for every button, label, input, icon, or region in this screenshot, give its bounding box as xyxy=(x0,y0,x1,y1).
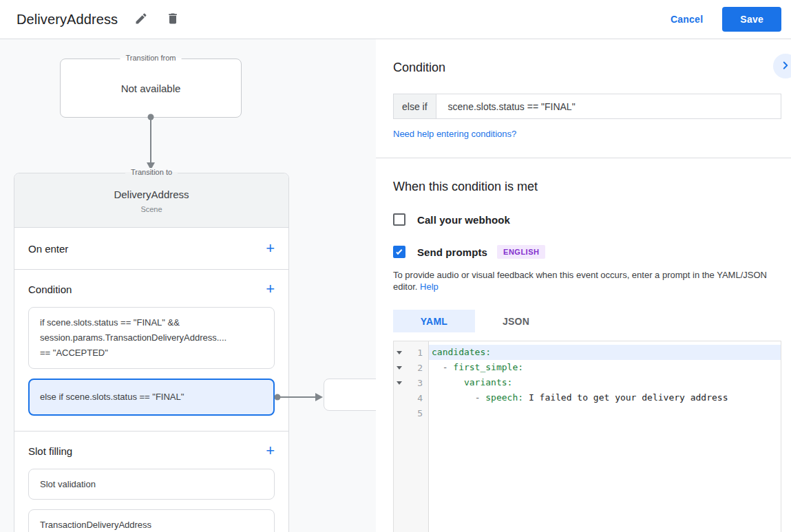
slot-filling-label: Slot filling xyxy=(28,445,72,457)
scene-editor-app: DeliveryAddress Cancel Save Transition f… xyxy=(0,0,791,532)
flow-arrow-right xyxy=(274,392,324,402)
editor-tabs: YAML JSON xyxy=(393,310,781,332)
checkmark-icon xyxy=(396,248,402,255)
panel-title: Condition xyxy=(393,61,781,75)
condition-section-label: Condition xyxy=(28,284,72,295)
pencil-icon xyxy=(134,12,148,28)
gutter-row: 1 xyxy=(394,345,428,360)
add-slot-icon[interactable]: + xyxy=(266,444,275,458)
add-condition-icon[interactable]: + xyxy=(266,282,275,296)
send-prompts-checkbox[interactable] xyxy=(393,246,405,258)
fold-toggle-icon[interactable] xyxy=(397,366,402,370)
gutter-row: 4 xyxy=(394,390,428,405)
condition-card-if[interactable]: if scene.slots.status == "FINAL" && sess… xyxy=(28,307,275,369)
section-divider xyxy=(376,158,791,158)
line-number: 3 xyxy=(405,378,428,388)
condition-line: else if scene.slots.status == "FINAL" xyxy=(40,392,184,402)
condition-expression-input[interactable]: else if scene.slots.status == "FINAL" xyxy=(393,94,781,119)
scene-name: DeliveryAddress xyxy=(14,189,288,200)
scene-type-label: Scene xyxy=(14,205,288,213)
gutter-row: 5 xyxy=(394,405,428,421)
condition-prefix: else if xyxy=(394,94,436,118)
condition-help-link[interactable]: Need help entering conditions? xyxy=(393,129,516,139)
transition-from-box[interactable]: Transition from Not available xyxy=(60,58,242,118)
transition-to-label: Transition to xyxy=(125,168,178,176)
editor-code-area[interactable]: candidates: - first_simple: variants: - … xyxy=(429,341,781,532)
chevron-right-icon xyxy=(779,59,791,74)
condition-line: session.params.TransactionDeliveryAddres… xyxy=(40,332,226,343)
save-button[interactable]: Save xyxy=(722,7,781,32)
code-line: - speech: I failed to get your delivery … xyxy=(429,390,781,405)
condition-expression-value[interactable]: scene.slots.status == "FINAL" xyxy=(436,94,781,118)
scene-card-header: Transition to DeliveryAddress Scene xyxy=(14,173,288,228)
transition-target-box[interactable] xyxy=(324,379,376,411)
gutter-row: 2 xyxy=(394,360,428,375)
code-line: variants: xyxy=(429,375,781,390)
send-prompts-label: Send prompts xyxy=(417,246,487,258)
fold-toggle-icon[interactable] xyxy=(397,381,402,385)
condition-met-heading: When this condition is met xyxy=(393,180,781,194)
transition-from-label: Transition from xyxy=(120,54,182,62)
tab-json[interactable]: JSON xyxy=(475,310,557,332)
line-number: 2 xyxy=(405,363,428,373)
condition-line: if scene.slots.status == "FINAL" && xyxy=(40,317,180,328)
condition-card-else-if-selected[interactable]: else if scene.slots.status == "FINAL" xyxy=(28,379,275,416)
call-webhook-checkbox[interactable] xyxy=(393,213,405,226)
top-bar: DeliveryAddress Cancel Save xyxy=(0,0,791,39)
slot-transaction-delivery-address-card[interactable]: TransactionDeliveryAddress xyxy=(28,509,275,532)
code-line: - first_simple: xyxy=(429,360,781,375)
tab-yaml[interactable]: YAML xyxy=(393,310,475,332)
line-number: 1 xyxy=(405,348,428,358)
prompt-description-text: To provide audio or visual feedback when… xyxy=(393,270,767,292)
scene-flow-canvas: Transition from Not available Transition… xyxy=(0,39,376,532)
line-number: 5 xyxy=(405,408,428,418)
yaml-code-editor[interactable]: 1 2 3 4 5 xyxy=(393,341,781,532)
language-badge: ENGLISH xyxy=(497,245,545,259)
on-enter-row[interactable]: On enter + xyxy=(14,228,288,270)
on-enter-label: On enter xyxy=(28,243,68,255)
trash-icon xyxy=(166,12,180,28)
line-number: 4 xyxy=(405,393,428,403)
gutter-row: 3 xyxy=(394,375,428,390)
send-prompts-row: Send prompts ENGLISH xyxy=(393,245,781,259)
slot-filling-section: Slot filling + Slot validation Transacti… xyxy=(14,432,288,532)
delete-scene-button[interactable] xyxy=(165,11,181,28)
cancel-button[interactable]: Cancel xyxy=(671,14,703,25)
page-title: DeliveryAddress xyxy=(17,12,118,28)
edit-title-button[interactable] xyxy=(133,11,149,28)
slot-validation-card[interactable]: Slot validation xyxy=(28,469,275,500)
transition-from-value: Not available xyxy=(121,83,181,94)
fold-toggle-icon[interactable] xyxy=(397,351,402,354)
condition-line: == "ACCEPTED" xyxy=(40,348,108,358)
code-line: candidates: xyxy=(429,345,781,360)
code-line xyxy=(429,405,781,421)
condition-section: Condition + if scene.slots.status == "FI… xyxy=(14,270,288,432)
flow-arrow-down xyxy=(143,113,159,172)
condition-detail-panel: Condition else if scene.slots.status == … xyxy=(376,39,791,532)
editor-gutter: 1 2 3 4 5 xyxy=(394,341,429,532)
prompt-description: To provide audio or visual feedback when… xyxy=(393,269,781,292)
add-on-enter-icon[interactable]: + xyxy=(266,242,275,255)
call-webhook-row: Call your webhook xyxy=(393,213,781,226)
scene-card: Transition to DeliveryAddress Scene On e… xyxy=(14,173,289,532)
prompt-help-link[interactable]: Help xyxy=(420,281,439,292)
call-webhook-label: Call your webhook xyxy=(417,214,510,226)
